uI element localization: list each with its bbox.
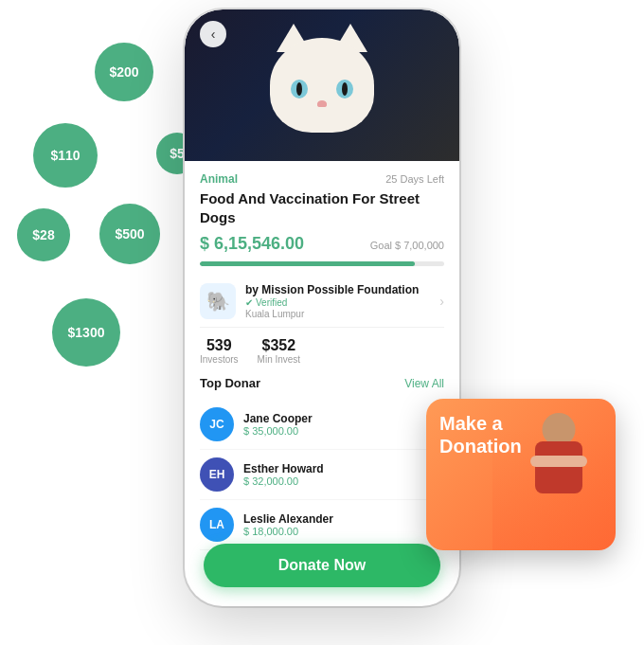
org-info: 🐘 by Mission Possible Foundation ✔ Verif… — [200, 283, 419, 319]
investors-number: 539 — [200, 337, 239, 354]
top-donor-title: Top Donar — [200, 376, 260, 390]
donor-item: JCJane Cooper$ 35,000.00 — [200, 400, 444, 450]
amount-goal-row: $ 6,15,546.00 Goal $ 7,00,000 — [200, 234, 444, 256]
donor-info: Jane Cooper$ 35,000.00 — [243, 412, 313, 437]
donor-info: Esther Howard$ 32,000.00 — [243, 462, 324, 487]
stat-investors: 539 Investors — [200, 337, 239, 365]
investors-label: Investors — [200, 354, 239, 365]
org-name: by Mission Possible Foundation — [245, 283, 419, 296]
donation-bubble-b4: $500 — [99, 204, 160, 264]
phone-mockup: ‹ Animal 25 Days Left Food And Vaccinati… — [185, 9, 459, 606]
stat-min-invest: $352 Min Invest — [258, 337, 301, 365]
min-invest-number: $352 — [258, 337, 301, 354]
org-avatar: 🐘 — [200, 283, 236, 319]
stats-row: 539 Investors $352 Min Invest — [200, 337, 444, 365]
chevron-right-icon: › — [439, 294, 444, 309]
donor-amount: $ 35,000.00 — [243, 425, 313, 437]
donor-name: Esther Howard — [243, 462, 324, 475]
verified-icon: ✔ — [245, 297, 253, 308]
top-donor-header: Top Donar View All — [200, 376, 444, 390]
child-figure — [511, 408, 606, 550]
donor-list: JCJane Cooper$ 35,000.00EHEsther Howard$… — [200, 400, 444, 550]
donor-info: Leslie Alexander$ 18,000.00 — [243, 512, 333, 537]
donate-now-button[interactable]: Donate Now — [204, 544, 440, 587]
org-row[interactable]: 🐘 by Mission Possible Foundation ✔ Verif… — [200, 276, 444, 328]
org-details: by Mission Possible Foundation ✔ Verifie… — [245, 283, 419, 319]
progress-bar — [200, 261, 444, 266]
campaign-title: Food And Vaccination For Street Dogs — [200, 189, 444, 226]
donor-name: Jane Cooper — [243, 412, 313, 425]
donor-amount: $ 32,000.00 — [243, 475, 324, 487]
donor-avatar: LA — [200, 508, 234, 542]
phone-body: ‹ Animal 25 Days Left Food And Vaccinati… — [185, 9, 459, 606]
donation-bubble-b2: $110 — [33, 123, 98, 188]
goal-text: Goal $ 7,00,000 — [370, 240, 444, 251]
donor-avatar: JC — [200, 407, 234, 441]
min-invest-label: Min Invest — [258, 354, 301, 365]
donation-card-bg: Make a Donation — [426, 399, 616, 550]
cat-illustration — [265, 19, 379, 152]
donation-card-text: Make a Donation — [439, 412, 522, 457]
progress-fill — [200, 261, 415, 266]
campaign-content: Animal 25 Days Left Food And Vaccination… — [185, 161, 459, 562]
donor-amount: $ 18,000.00 — [243, 526, 333, 537]
back-button[interactable]: ‹ — [200, 21, 226, 47]
phone-screen: ‹ Animal 25 Days Left Food And Vaccinati… — [185, 9, 459, 606]
days-left: 25 Days Left — [385, 173, 444, 185]
verified-row: ✔ Verified — [245, 297, 419, 308]
donor-name: Leslie Alexander — [243, 512, 333, 526]
org-location: Kuala Lumpur — [245, 309, 419, 319]
donor-item: EHEsther Howard$ 32,000.00 — [200, 450, 444, 500]
donor-avatar: EH — [200, 457, 234, 492]
donation-bubble-b6: $1300 — [52, 298, 120, 367]
category-row: Animal 25 Days Left — [200, 172, 444, 186]
hero-image: ‹ — [185, 9, 459, 161]
donation-card: Make a Donation — [426, 399, 616, 550]
amount-raised: $ 6,15,546.00 — [200, 234, 304, 254]
category-badge: Animal — [200, 172, 238, 186]
verified-label: Verified — [256, 297, 287, 308]
donation-bubble-b5: $28 — [17, 208, 70, 261]
view-all-link[interactable]: View All — [404, 377, 444, 390]
donation-bubble-b1: $200 — [95, 43, 153, 101]
